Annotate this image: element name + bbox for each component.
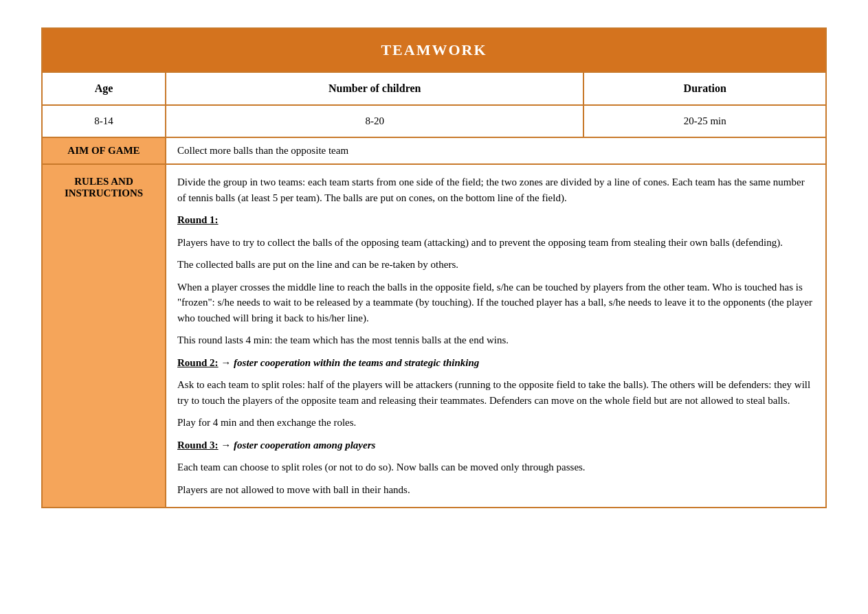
- number-header: Number of children: [166, 72, 583, 105]
- round2-italic: foster cooperation within the teams and …: [234, 357, 479, 368]
- duration-header: Duration: [583, 72, 826, 105]
- round1-heading: Round 1:: [177, 212, 814, 228]
- age-header: Age: [42, 72, 166, 105]
- aim-content: Collect more balls than the opposite tea…: [166, 137, 826, 164]
- page-wrapper: TEAMWORK Age Number of children Duration…: [0, 0, 868, 614]
- round2-p2: Play for 4 min and then exchange the rol…: [177, 415, 814, 431]
- round3-arrow: →: [221, 440, 234, 451]
- rules-content: Divide the group in two teams: each team…: [166, 164, 826, 508]
- main-table: TEAMWORK Age Number of children Duration…: [41, 27, 827, 508]
- round1-p3: When a player crosses the middle line to…: [177, 280, 814, 326]
- round1-label: Round 1:: [177, 214, 219, 225]
- round3-italic: foster cooperation among players: [234, 440, 375, 451]
- rules-row: RULES AND INSTRUCTIONS Divide the group …: [42, 164, 826, 508]
- round2-p1: Ask to each team to split roles: half of…: [177, 377, 814, 408]
- rules-intro: Divide the group in two teams: each team…: [177, 174, 814, 205]
- data-row: 8-14 8-20 20-25 min: [42, 105, 826, 137]
- page-title: TEAMWORK: [381, 41, 487, 58]
- round2-arrow: →: [221, 357, 234, 368]
- round3-p1: Each team can choose to split roles (or …: [177, 459, 814, 475]
- aim-label: AIM OF GAME: [42, 137, 166, 164]
- round1-p2: The collected balls are put on the line …: [177, 257, 814, 273]
- round3-heading: Round 3: → foster cooperation among play…: [177, 437, 814, 453]
- round3-label: Round 3:: [177, 440, 219, 451]
- round1-p1: Players have to try to collect the balls…: [177, 235, 814, 251]
- title-row: TEAMWORK: [42, 28, 826, 72]
- round1-p4: This round lasts 4 min: the team which h…: [177, 332, 814, 348]
- rules-label: RULES AND INSTRUCTIONS: [42, 164, 166, 508]
- title-cell: TEAMWORK: [42, 28, 826, 72]
- duration-value: 20-25 min: [583, 105, 826, 137]
- round2-label: Round 2:: [177, 357, 219, 368]
- header-row: Age Number of children Duration: [42, 72, 826, 105]
- number-value: 8-20: [166, 105, 583, 137]
- round2-heading: Round 2: → foster cooperation within the…: [177, 355, 814, 371]
- aim-row: AIM OF GAME Collect more balls than the …: [42, 137, 826, 164]
- age-value: 8-14: [42, 105, 166, 137]
- round3-p2: Players are not allowed to move with bal…: [177, 482, 814, 498]
